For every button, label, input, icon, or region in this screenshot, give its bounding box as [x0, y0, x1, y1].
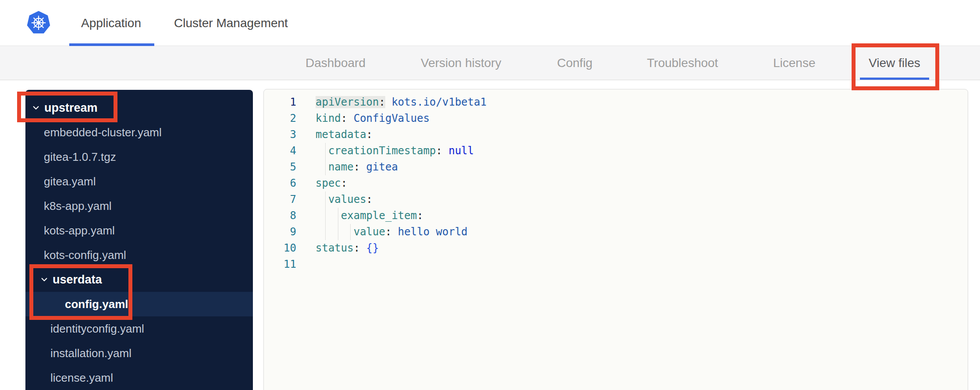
token-punct: :: [436, 145, 442, 157]
code-text: kind: ConfigValues: [296, 110, 968, 127]
tree-file-license-yaml[interactable]: license.yaml: [25, 365, 253, 390]
indent-guide: [338, 224, 338, 240]
line-number: 6: [264, 175, 296, 191]
line-number: 2: [264, 110, 296, 127]
token-plain: [316, 193, 328, 206]
tree-file-gitea-yaml[interactable]: gitea.yaml: [25, 169, 253, 194]
secondary-nav: DashboardVersion historyConfigTroublesho…: [0, 46, 980, 80]
token-punct: :: [366, 193, 373, 206]
code-text: example_item:: [296, 208, 968, 224]
file-name: kots-config.yaml: [44, 248, 126, 262]
kots-admin-console-page: Application Cluster Management Dashboard…: [0, 0, 980, 390]
token-brace: {}: [366, 242, 379, 254]
tab-label: View files: [869, 56, 920, 70]
token-plain: [442, 145, 448, 157]
code-text: [296, 256, 968, 273]
line-number: 3: [264, 127, 296, 143]
code-line-2: 2kind: ConfigValues: [264, 110, 968, 127]
tree-file-config-yaml[interactable]: config.yaml: [25, 292, 253, 316]
code-text: value: hello world: [296, 224, 968, 240]
code-line-4: 4 creationTimestamp: null: [264, 143, 968, 159]
file-name: gitea.yaml: [44, 175, 96, 188]
token-key: kind: [316, 112, 341, 124]
code-line-9: 9 value: hello world: [264, 224, 968, 240]
token-plain: [360, 242, 366, 254]
tree-file-kots-app-yaml[interactable]: kots-app.yaml: [25, 218, 253, 243]
tab-label: Dashboard: [305, 56, 366, 70]
tab-application[interactable]: Application: [81, 0, 141, 46]
token-key: values: [328, 193, 366, 206]
file-name: license.yaml: [50, 371, 113, 385]
token-key: creationTimestamp: [328, 145, 436, 157]
token-punct: :: [385, 226, 391, 238]
code-editor[interactable]: 1apiVersion: kots.io/v1beta12kind: Confi…: [263, 89, 968, 390]
indent-guide: [350, 224, 351, 240]
code-text: values:: [296, 191, 968, 208]
tab-label: Config: [557, 56, 593, 70]
active-header-tab-underline: [69, 43, 154, 46]
indent-guide: [325, 143, 326, 159]
line-number: 5: [264, 159, 296, 175]
tab-troubleshoot[interactable]: Troubleshoot: [647, 46, 718, 80]
token-punct: :: [366, 128, 373, 141]
tab-version-history[interactable]: Version history: [421, 46, 501, 80]
tab-view-files[interactable]: View files: [869, 46, 920, 80]
token-plain: [316, 145, 328, 157]
file-name: gitea-1.0.7.tgz: [44, 150, 116, 164]
tab-label: Version history: [421, 56, 501, 70]
line-number: 7: [264, 191, 296, 208]
code-text: spec:: [296, 175, 968, 191]
indent-guide: [325, 208, 326, 224]
line-number: 8: [264, 208, 296, 224]
code-text: name: gitea: [296, 159, 968, 175]
tree-folder-userdata[interactable]: userdata: [25, 267, 253, 292]
line-number: 9: [264, 224, 296, 240]
folder-name: userdata: [53, 273, 102, 287]
folder-name: upstream: [44, 101, 98, 115]
code-line-11: 11: [264, 256, 968, 273]
indent-guide: [338, 208, 338, 224]
tree-folder-upstream[interactable]: upstream: [25, 96, 253, 120]
tab-dashboard[interactable]: Dashboard: [305, 46, 366, 80]
tree-file-identityconfig-yaml[interactable]: identityconfig.yaml: [25, 316, 253, 341]
tab-cluster-management[interactable]: Cluster Management: [174, 0, 288, 46]
file-name: k8s-app.yaml: [44, 199, 112, 213]
tree-file-gitea-1-0-7-tgz[interactable]: gitea-1.0.7.tgz: [25, 145, 253, 169]
chevron-down-icon: [32, 104, 40, 112]
token-key: spec: [316, 177, 341, 189]
file-name: installation.yaml: [50, 347, 131, 360]
tree-file-kots-config-yaml[interactable]: kots-config.yaml: [25, 243, 253, 267]
token-value: ConfigValues: [354, 112, 430, 124]
tab-label: Troubleshoot: [647, 56, 718, 70]
token-plain: [347, 112, 353, 124]
top-header: Application Cluster Management: [0, 0, 980, 46]
token-key: name: [328, 161, 354, 173]
code-text: creationTimestamp: null: [296, 143, 968, 159]
tab-cluster-management-label: Cluster Management: [174, 16, 288, 30]
tree-file-embedded-cluster-yaml[interactable]: embedded-cluster.yaml: [25, 120, 253, 145]
token-punct: :: [417, 209, 423, 222]
active-subtab-underline: [860, 78, 929, 80]
token-punct: :: [341, 177, 347, 189]
tab-config[interactable]: Config: [557, 46, 593, 80]
indent-guide: [325, 159, 326, 175]
token-value: gitea: [366, 161, 398, 173]
line-number: 4: [264, 143, 296, 159]
code-line-8: 8 example_item:: [264, 208, 968, 224]
token-key: value: [354, 226, 385, 238]
code-line-1: 1apiVersion: kots.io/v1beta1: [264, 94, 968, 110]
indent-guide: [325, 191, 326, 208]
code-text: metadata:: [296, 127, 968, 143]
tree-file-installation-yaml[interactable]: installation.yaml: [25, 341, 253, 365]
tab-application-label: Application: [81, 16, 141, 30]
token-punct: :: [354, 242, 360, 254]
kubernetes-logo-icon: [26, 10, 51, 36]
tree-file-k8s-app-yaml[interactable]: k8s-app.yaml: [25, 194, 253, 218]
file-name: embedded-cluster.yaml: [44, 126, 162, 139]
code-line-10: 10status: {}: [264, 240, 968, 256]
token-plain: [360, 161, 366, 173]
indent-guide: [325, 224, 326, 240]
token-punct: :: [341, 112, 347, 124]
token-plain: [316, 161, 328, 173]
tab-license[interactable]: License: [773, 46, 816, 80]
